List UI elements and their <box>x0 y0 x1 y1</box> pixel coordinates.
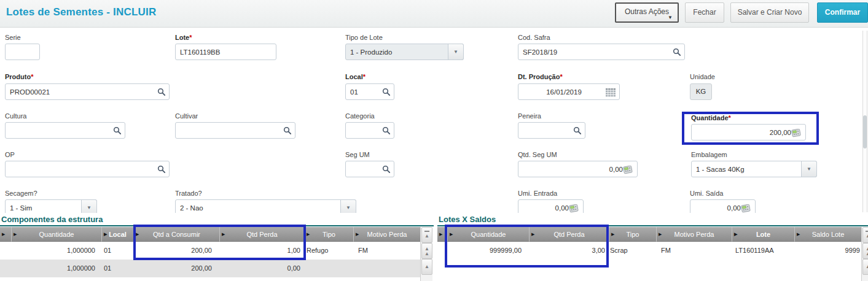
search-icon[interactable] <box>157 88 165 96</box>
chevron-down-icon: ▼ <box>668 15 673 20</box>
serie-label: Serie <box>5 34 21 41</box>
scroll-up-button[interactable]: ▲ <box>862 259 868 275</box>
column-arrow-icon: ▶ <box>611 228 614 241</box>
column-arrow-icon: ▶ <box>531 228 534 241</box>
table-row[interactable]: 999999,00 3,00 Scrap FM LT160119AA 9999 <box>437 242 861 260</box>
local-field <box>345 83 394 100</box>
secagem-value <box>10 201 80 214</box>
cell-tipo: Refugo <box>307 242 353 260</box>
tratado-value <box>180 201 339 214</box>
scroll-to-top-button[interactable]: ▲ <box>862 227 868 243</box>
search-icon[interactable] <box>382 165 390 173</box>
lote-input[interactable] <box>180 45 272 58</box>
local-label: Local* <box>345 73 366 80</box>
calendar-icon[interactable] <box>606 88 616 97</box>
col-header-quantidade[interactable]: ▶Quantidade <box>11 227 101 242</box>
search-icon[interactable] <box>113 126 121 134</box>
calculator-icon[interactable] <box>741 204 751 213</box>
col-header-qtd-perda[interactable]: ▶Qtd Perda <box>529 227 609 242</box>
col-header-saldo-lote[interactable]: ▶Saldo Lote <box>794 227 861 242</box>
calculator-icon[interactable] <box>791 129 802 137</box>
embalagem-select[interactable]: ▼ <box>691 161 817 177</box>
column-arrow-icon: ▶ <box>356 228 359 241</box>
column-arrow-icon: ▶ <box>104 228 107 241</box>
op-label: OP <box>5 151 15 158</box>
col-header-qtd-a-consumir[interactable]: ▶Qtd a Consumir <box>133 227 219 242</box>
column-arrow-icon: ▶ <box>136 228 139 241</box>
seg-um-label: Seg UM <box>345 151 370 158</box>
page-title: Lotes de Sementes - INCLUIR <box>6 6 156 18</box>
seg-um-field <box>345 161 394 177</box>
table-row[interactable]: 1,000000 01 200,00 0,00 <box>0 260 420 277</box>
calculator-icon[interactable] <box>569 204 579 213</box>
peneira-input[interactable] <box>523 124 571 137</box>
cultura-input[interactable] <box>10 124 111 137</box>
col-header-lote[interactable]: ▶Lote <box>732 227 794 242</box>
cultivar-input[interactable] <box>180 124 281 137</box>
fechar-button[interactable]: Fechar <box>685 2 724 23</box>
cell-lote: LT160119AA <box>735 242 794 260</box>
cod-safra-input[interactable] <box>523 45 670 58</box>
col-header-quantidade[interactable]: ▶Quantidade <box>447 227 529 242</box>
serie-input[interactable] <box>10 45 35 58</box>
column-arrow-icon: ▶ <box>439 228 442 241</box>
dt-producao-input[interactable] <box>523 85 605 98</box>
quantidade-input[interactable] <box>696 126 791 139</box>
search-icon[interactable] <box>573 126 581 134</box>
componentes-scrollbar: ▲ ▲▲ ▲ <box>420 227 432 281</box>
col-header-qtd-perda[interactable]: ▶Qtd Perda <box>219 227 304 242</box>
dt-producao-field <box>518 83 620 100</box>
lotes-saldos-rule <box>437 225 868 226</box>
col-header-tipo[interactable]: ▶Tipo <box>304 227 353 242</box>
cell-motivo-perda: FM <box>661 242 732 260</box>
search-icon[interactable] <box>673 48 681 56</box>
seg-um-input[interactable] <box>350 163 380 175</box>
column-arrow-icon: ▶ <box>307 228 310 241</box>
umi-entrada-input[interactable] <box>523 201 569 214</box>
column-arrow-icon: ▶ <box>659 228 662 241</box>
cell-qtd-a-consumir: 200,00 <box>133 242 212 260</box>
salvar-criar-novo-button[interactable]: Salvar e Criar Novo <box>730 2 809 23</box>
search-icon[interactable] <box>283 126 291 134</box>
confirmar-button[interactable]: Confirmar <box>817 2 868 23</box>
peneira-label: Peneira <box>518 112 541 120</box>
umi-saida-label: Umi. Saída <box>690 190 723 197</box>
chevron-down-icon[interactable]: ▼ <box>448 44 464 60</box>
col-header-tipo[interactable]: ▶Tipo <box>609 227 656 242</box>
tratado-label: Tratado? <box>175 190 202 197</box>
cultura-label: Cultura <box>5 112 26 120</box>
col-header-motivo-perda[interactable]: ▶Motivo Perda <box>656 227 732 242</box>
page-up-button[interactable]: ▲▲ <box>862 243 868 259</box>
outras-acoes-button[interactable]: Outras Ações ▼ <box>615 2 679 23</box>
column-arrow-icon: ▶ <box>734 228 737 241</box>
categoria-input[interactable] <box>350 124 380 137</box>
col-header-motivo-perda[interactable]: ▶Motivo Perda <box>353 227 420 242</box>
search-icon[interactable] <box>382 126 390 134</box>
col-header-local[interactable]: ▶Local <box>101 227 133 242</box>
qtd-seg-um-input[interactable] <box>523 163 623 175</box>
umi-saida-input[interactable] <box>695 201 741 214</box>
op-input[interactable] <box>10 163 155 175</box>
tipo-de-lote-select[interactable]: ▼ <box>345 44 464 60</box>
scroll-up-button[interactable]: ▲ <box>421 259 432 275</box>
local-input[interactable] <box>350 85 380 98</box>
column-arrow-icon: ▶ <box>2 228 5 241</box>
chevron-down-icon[interactable]: ▼ <box>801 161 817 177</box>
cell-motivo-perda: FM <box>358 242 420 260</box>
embalagem-value <box>696 163 800 175</box>
calculator-icon[interactable] <box>623 166 633 174</box>
unidade-label: Unidade <box>690 73 715 80</box>
table-row[interactable]: 1,000000 01 200,00 1,00 Refugo FM <box>0 242 420 260</box>
cell-qtd-perda: 1,00 <box>219 242 300 260</box>
tipo-de-lote-label: Tipo de Lote <box>345 34 383 41</box>
search-icon[interactable] <box>157 165 165 173</box>
produto-input[interactable] <box>10 85 155 98</box>
scroll-to-top-button[interactable]: ▲ <box>421 227 432 243</box>
lotes-saldos-scrollbar: ▲ ▲▲ ▲ <box>861 227 868 281</box>
form-scrollbar-thumb[interactable] <box>863 115 867 148</box>
cell-local: 01 <box>104 260 133 277</box>
lote-label: Lote* <box>175 34 192 41</box>
search-icon[interactable] <box>382 88 390 96</box>
page-up-button[interactable]: ▲▲ <box>421 243 432 259</box>
quantidade-label: Quantidade* <box>691 114 731 121</box>
